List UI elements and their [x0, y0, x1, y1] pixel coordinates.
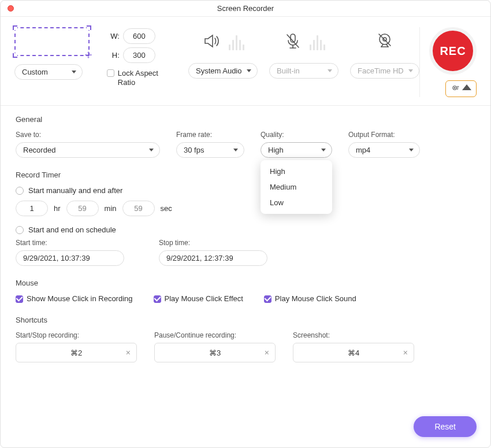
quality-field: Quality: High High Medium Low	[261, 131, 332, 158]
shortcut-screenshot-label: Screenshot:	[293, 331, 414, 339]
timer-hours-input[interactable]: 1	[16, 201, 48, 216]
mouse-play-sound-checkbox[interactable]	[264, 295, 271, 303]
shortcut-screenshot-value: ⌘4	[348, 349, 359, 357]
shortcuts-row: Start/Stop recording: ⌘2 × Pause/Continu…	[16, 331, 475, 362]
mic-level-icon	[310, 33, 325, 50]
shortcut-startstop-value: ⌘2	[70, 349, 82, 357]
quality-label: Quality:	[261, 131, 332, 139]
audio-level-icon	[229, 33, 244, 50]
general-heading: General	[16, 115, 475, 124]
mouse-section: Mouse Show Mouse Click in Recording Play…	[16, 279, 475, 303]
lock-aspect-checkbox[interactable]	[107, 69, 114, 77]
resize-handle-tr[interactable]	[87, 25, 91, 30]
timer-schedule-radio[interactable]	[16, 226, 24, 234]
mic-source-select[interactable]: Built-in	[269, 63, 339, 79]
output-format-field: Output Format: mp4	[348, 131, 420, 158]
height-input[interactable]: 300	[123, 47, 155, 63]
frame-rate-select[interactable]: 30 fps	[176, 142, 244, 158]
svg-point-9	[453, 86, 456, 90]
camera-source-value: FaceTime HD	[358, 66, 404, 75]
quality-value: High	[268, 146, 284, 154]
mouse-heading: Mouse	[16, 279, 475, 287]
camera-icon-row	[375, 27, 395, 56]
timer-section: Record Timer Start manually and end afte…	[16, 171, 475, 266]
speaker-icon	[202, 31, 222, 53]
timer-schedule-row: Start and end on schedule	[16, 225, 475, 234]
start-time-label: Start time:	[16, 239, 124, 247]
timer-hours-unit: hr	[54, 204, 61, 213]
chevron-up-icon	[462, 83, 471, 94]
close-window-icon[interactable]	[8, 5, 14, 12]
mouse-show-click-option[interactable]: Show Mouse Click in Recording	[16, 294, 133, 303]
clear-icon[interactable]: ×	[265, 349, 269, 357]
timer-minutes-unit: min	[105, 204, 117, 213]
stop-time-label: Stop time:	[159, 239, 267, 247]
audio-icon-row	[202, 27, 244, 56]
output-format-select[interactable]: mp4	[348, 142, 420, 158]
quality-option-high[interactable]: High	[261, 164, 332, 179]
mouse-play-effect-checkbox[interactable]	[154, 295, 161, 303]
quality-option-low[interactable]: Low	[261, 195, 332, 210]
mouse-show-click-checkbox[interactable]	[16, 295, 23, 303]
chevron-down-icon	[321, 149, 326, 152]
titlebar: Screen Recorder	[1, 1, 490, 17]
start-time-value: 9/29/2021, 10:37:39	[23, 254, 90, 262]
shortcut-screenshot-input[interactable]: ⌘4 ×	[293, 343, 414, 362]
start-time-input[interactable]: 9/29/2021, 10:37:39	[16, 250, 124, 266]
shortcut-pausecontinue-field: Pause/Continue recording: ⌘3 ×	[154, 331, 276, 362]
audio-source-select[interactable]: System Audio	[188, 63, 258, 79]
reset-label: Reset	[434, 422, 456, 431]
timer-manual-row: Start manually and end after	[16, 186, 475, 195]
start-time-field: Start time: 9/29/2021, 10:37:39	[16, 239, 124, 266]
record-label: REC	[440, 45, 466, 58]
width-label: W:	[107, 32, 120, 40]
shortcut-pausecontinue-input[interactable]: ⌘3 ×	[154, 343, 276, 362]
width-input[interactable]: 600	[123, 28, 155, 44]
capture-region-preview[interactable]	[14, 27, 90, 56]
quality-select[interactable]: High	[261, 142, 332, 158]
chevron-down-icon	[233, 149, 238, 152]
record-button[interactable]: REC	[429, 27, 477, 75]
sizing-block: W: 600 H: 300 Lock Aspect Ratio	[107, 27, 169, 87]
chevron-down-icon	[408, 69, 413, 73]
mouse-play-sound-option[interactable]: Play Mouse Click Sound	[264, 294, 356, 303]
footer: Reset	[1, 410, 490, 447]
camera-source-select[interactable]: FaceTime HD	[350, 63, 419, 79]
shortcuts-section: Shortcuts Start/Stop recording: ⌘2 × Pau…	[16, 316, 475, 362]
mic-icon-row	[283, 27, 325, 56]
mic-block: Built-in	[269, 27, 339, 79]
resize-handle-tl[interactable]	[13, 25, 17, 30]
clear-icon[interactable]: ×	[126, 349, 131, 357]
lock-aspect-row: Lock Aspect Ratio	[107, 69, 169, 87]
chevron-down-icon	[247, 69, 251, 73]
timer-manual-radio[interactable]	[16, 187, 24, 195]
settings-toggle-button[interactable]	[445, 80, 477, 97]
clear-icon[interactable]: ×	[403, 349, 408, 357]
resize-handle-bl[interactable]	[13, 53, 17, 58]
move-handle-icon[interactable]	[85, 51, 92, 58]
quality-option-medium[interactable]: Medium	[261, 179, 332, 195]
mouse-play-sound-label: Play Mouse Click Sound	[275, 294, 356, 303]
output-format-label: Output Format:	[348, 131, 420, 139]
camera-block: FaceTime HD	[350, 27, 419, 79]
timer-manual-label: Start manually and end after	[28, 186, 122, 195]
microphone-off-icon	[283, 31, 303, 53]
width-row: W: 600	[107, 28, 169, 44]
shortcut-startstop-input[interactable]: ⌘2 ×	[16, 343, 137, 362]
root-window: Screen Recorder Custom W: 600	[0, 0, 491, 448]
timer-heading: Record Timer	[16, 171, 475, 179]
chevron-down-icon	[328, 69, 332, 73]
output-format-value: mp4	[356, 146, 370, 154]
height-row: H: 300	[107, 47, 169, 63]
shortcut-screenshot-field: Screenshot: ⌘4 ×	[293, 331, 414, 362]
mouse-play-effect-option[interactable]: Play Mouse Click Effect	[154, 294, 243, 303]
audio-source-value: System Audio	[196, 66, 242, 75]
timer-minutes-input[interactable]: 59	[66, 201, 99, 216]
reset-button[interactable]: Reset	[414, 416, 477, 437]
save-to-select[interactable]: Recorded	[16, 142, 160, 158]
frame-rate-value: 30 fps	[184, 146, 204, 154]
stop-time-input[interactable]: 9/29/2021, 12:37:39	[159, 250, 267, 266]
timer-seconds-input[interactable]: 59	[122, 201, 155, 216]
audio-block: System Audio	[188, 27, 258, 79]
capture-mode-select[interactable]: Custom	[14, 64, 83, 80]
